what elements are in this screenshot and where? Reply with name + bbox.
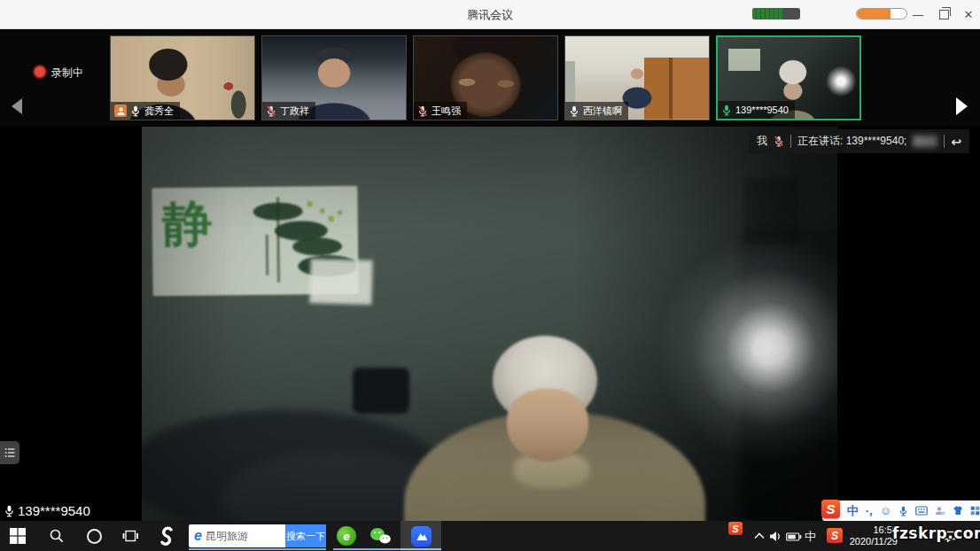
orange-pill-meter bbox=[856, 8, 907, 19]
orange-pill-meter-fill bbox=[857, 9, 891, 19]
sogou-tray-icon[interactable]: S bbox=[728, 522, 743, 535]
host-icon bbox=[114, 105, 127, 117]
list-icon bbox=[4, 447, 15, 458]
battery-icon bbox=[786, 532, 802, 541]
participant-namebar: 丁政祥 bbox=[262, 102, 315, 120]
participant-thumbnail[interactable]: 西洋镜啊 bbox=[564, 35, 710, 120]
self-name-text: 139****9540 bbox=[18, 503, 90, 518]
reply-arrow-icon[interactable]: ↩ bbox=[951, 135, 961, 149]
divider bbox=[944, 135, 945, 148]
blurred-text-region bbox=[913, 136, 937, 147]
recording-label: 录制中 bbox=[51, 66, 83, 81]
participant-name: 西洋镜啊 bbox=[583, 105, 622, 118]
sogou-logo-icon[interactable]: S bbox=[821, 500, 840, 518]
account-skin-icon[interactable] bbox=[935, 506, 945, 516]
recording-dot-icon[interactable] bbox=[33, 65, 47, 79]
mic-muted-icon bbox=[266, 105, 276, 117]
wechat-icon bbox=[369, 527, 392, 545]
participant-name: 丁政祥 bbox=[280, 105, 309, 118]
active-speaker-video: 静 bbox=[142, 127, 837, 521]
participant-thumbnail[interactable]: 龚秀全 bbox=[110, 35, 255, 120]
running-indicator bbox=[189, 548, 326, 550]
participant-thumbnail-active-speaker[interactable]: 139****9540 bbox=[716, 35, 861, 120]
pinned-app-sogou-browser[interactable] bbox=[154, 525, 179, 547]
main-stage: 静 bbox=[0, 127, 980, 521]
running-app-tencent-meeting[interactable] bbox=[401, 521, 441, 551]
task-view-icon bbox=[121, 527, 139, 545]
emoji-icon[interactable]: ☺ bbox=[880, 505, 891, 516]
participant-namebar: 王鸣强 bbox=[414, 102, 467, 120]
minimize-button[interactable]: — bbox=[906, 0, 930, 29]
restore-button[interactable] bbox=[931, 0, 956, 29]
previous-page-arrow-icon[interactable] bbox=[12, 98, 22, 114]
mic-muted-icon bbox=[417, 105, 428, 117]
cortana-circle-icon bbox=[87, 529, 102, 544]
task-view-button[interactable] bbox=[120, 527, 141, 545]
chevron-up-icon bbox=[754, 532, 765, 539]
search-query-text[interactable]: 昆明旅游 bbox=[206, 529, 285, 544]
search-icon bbox=[49, 528, 65, 544]
pinned-app-wechat[interactable] bbox=[368, 527, 393, 545]
participant-namebar: 龚秀全 bbox=[111, 102, 180, 120]
participant-namebar: 西洋镜啊 bbox=[565, 102, 628, 120]
running-indicator bbox=[333, 548, 367, 550]
taskbar-search-button[interactable] bbox=[46, 527, 67, 545]
start-button[interactable] bbox=[7, 527, 28, 545]
titlebar: 腾讯会议 — ✕ bbox=[0, 0, 980, 29]
participant-name: 龚秀全 bbox=[144, 105, 174, 118]
mic-on-icon bbox=[130, 105, 141, 117]
participant-thumbnail[interactable]: 丁政祥 bbox=[261, 35, 407, 120]
volume-tray-icon[interactable] bbox=[767, 530, 783, 542]
running-indicator-active bbox=[401, 548, 441, 550]
voice-input-mic-icon[interactable] bbox=[898, 506, 908, 516]
cortana-button[interactable] bbox=[84, 529, 104, 543]
self-name-label: 139****9540 bbox=[0, 501, 98, 521]
mic-on-icon bbox=[569, 105, 579, 117]
green-segment-meter bbox=[752, 8, 800, 19]
app-title: 腾讯会议 bbox=[0, 7, 980, 23]
pinned-app-360-browser[interactable]: e bbox=[335, 526, 358, 546]
web-search-button[interactable]: 搜索一下 bbox=[285, 524, 326, 547]
participant-namebar: 139****9540 bbox=[718, 101, 795, 119]
restore-icon bbox=[939, 10, 949, 19]
my-mic-muted-icon bbox=[774, 136, 784, 147]
video-wall-frame-small bbox=[309, 259, 372, 305]
skin-tshirt-icon[interactable] bbox=[953, 506, 963, 516]
thumbnail-list: 龚秀全 丁政祥 王鸣强 bbox=[110, 35, 861, 120]
taskbar-web-search-widget[interactable]: e 昆明旅游 搜索一下 bbox=[189, 524, 326, 547]
poster-calligraphy: 静 bbox=[162, 191, 213, 260]
sogou-ime-toolbar: S 中 ·, ☺ bbox=[822, 501, 980, 521]
tencent-meeting-window: 腾讯会议 — ✕ 录制中 bbox=[0, 0, 980, 551]
ime-mode-chinese[interactable]: 中 bbox=[847, 505, 859, 516]
speaker-face bbox=[507, 389, 588, 462]
sogou-tray-icon[interactable]: S bbox=[827, 528, 843, 543]
running-indicator bbox=[367, 548, 401, 550]
battery-tray-icon[interactable] bbox=[785, 532, 802, 541]
next-page-arrow-icon[interactable] bbox=[956, 97, 968, 115]
ime-punctuation-icon[interactable]: ·, bbox=[866, 505, 873, 516]
participant-name: 139****9540 bbox=[735, 105, 789, 115]
taskbar-clock[interactable]: 16:59 2020/11/29 bbox=[844, 524, 898, 547]
close-button[interactable]: ✕ bbox=[956, 0, 980, 29]
windows-logo-icon bbox=[10, 528, 26, 544]
ime-language-tray[interactable]: 中 bbox=[805, 529, 816, 545]
watermark-text: fzskrp.com bbox=[892, 524, 980, 542]
me-label: 我 bbox=[757, 134, 767, 149]
green-browser-icon: e bbox=[337, 526, 356, 546]
pinwheel-s-icon bbox=[157, 526, 176, 546]
side-menu-tab[interactable] bbox=[0, 441, 19, 464]
mic-speaking-icon bbox=[721, 105, 732, 116]
divider bbox=[790, 135, 791, 148]
participant-strip: 录制中 龚秀全 bbox=[0, 29, 980, 127]
green-segment-meter-fill bbox=[752, 8, 783, 19]
clock-date: 2020/11/29 bbox=[844, 536, 898, 547]
speaker-icon bbox=[769, 531, 782, 542]
ie-browser-icon: e bbox=[194, 528, 202, 544]
soft-keyboard-icon[interactable] bbox=[915, 506, 928, 516]
toolbox-grid-icon[interactable] bbox=[970, 506, 980, 516]
tencent-meeting-icon bbox=[411, 526, 432, 547]
hidden-icons-chevron[interactable] bbox=[752, 532, 766, 540]
participant-thumbnail[interactable]: 王鸣强 bbox=[413, 35, 558, 120]
mic-on-icon bbox=[4, 505, 15, 517]
video-light-flare bbox=[647, 224, 837, 472]
